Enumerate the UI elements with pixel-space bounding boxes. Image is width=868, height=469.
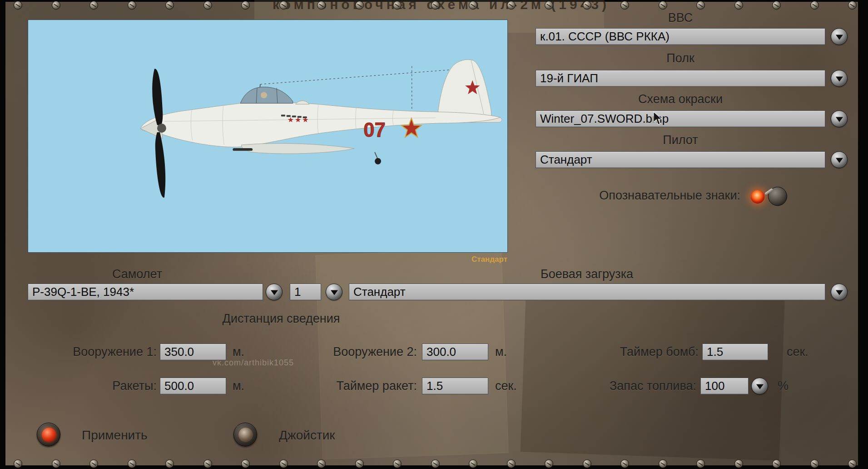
screw-icon: [659, 459, 667, 468]
skin-default-caption: Стандарт: [409, 255, 507, 264]
arming-screen: компоновочная схема ил-2м (1943) vk.com/…: [0, 0, 868, 469]
mouse-cursor-icon: [653, 111, 664, 126]
screw-icon: [469, 459, 477, 468]
screw-icon: [128, 459, 136, 468]
apply-button-led-icon: [42, 428, 56, 442]
screw-icon: [810, 1, 819, 10]
screw-icon: [620, 459, 629, 468]
screw-icon: [203, 459, 212, 468]
rockets-unit: м.: [233, 378, 244, 394]
joystick-label: Джойстик: [279, 428, 335, 443]
screw-icon: [128, 1, 136, 10]
loadout-dropdown[interactable]: Стандарт: [349, 284, 825, 300]
screw-icon: [848, 1, 857, 10]
weapons1-input[interactable]: 350.0: [160, 344, 226, 360]
apply-push-button[interactable]: [37, 423, 60, 446]
screw-icon: [393, 1, 402, 10]
screw-icon: [14, 459, 22, 468]
screw-icon: [317, 1, 326, 10]
pilot-dropdown-arrow[interactable]: [831, 151, 848, 168]
regiment-dropdown[interactable]: 19-й ГИАП: [536, 70, 825, 87]
screw-icon: [583, 1, 591, 10]
skin-label: Схема окраски: [536, 92, 825, 106]
screw-icon: [165, 1, 174, 10]
screw-icon: [848, 459, 857, 468]
screw-icon: [355, 459, 364, 468]
bomb-timer-input[interactable]: 1.5: [702, 344, 768, 360]
skin-dropdown[interactable]: Winter_07.SWORD.bmp: [536, 110, 825, 127]
screw-icon: [620, 1, 629, 10]
markings-label: Опознавательные знаки:: [559, 189, 740, 203]
screw-icon: [52, 459, 60, 468]
fuel-dropdown-arrow[interactable]: [751, 378, 768, 394]
screw-icon: [355, 1, 364, 10]
screw-icon: [507, 1, 516, 10]
tactical-number: 07: [363, 119, 386, 141]
loadout-dropdown-arrow[interactable]: [831, 284, 848, 300]
screw-icon: [734, 1, 743, 10]
screw-icon: [545, 1, 553, 10]
rocket-timer-unit: сек.: [495, 378, 517, 394]
rockets-input[interactable]: 500.0: [160, 378, 226, 394]
screw-icon: [772, 1, 781, 10]
screw-icon: [696, 1, 705, 10]
screw-icon: [89, 459, 98, 468]
joystick-button-cap-icon: [238, 428, 253, 442]
skin-dropdown-arrow[interactable]: [831, 110, 848, 127]
rocket-timer-label: Таймер ракет:: [303, 378, 417, 394]
kill-marks: ★★★: [288, 116, 310, 124]
screw-icon: [89, 1, 98, 10]
fuel-input[interactable]: 100: [700, 378, 749, 394]
screw-icon: [659, 1, 667, 10]
weapons2-input[interactable]: 300.0: [422, 344, 488, 360]
propeller-blade: [155, 132, 166, 198]
screw-icon: [431, 1, 440, 10]
rocket-timer-input[interactable]: 1.5: [422, 378, 488, 394]
aircraft-dropdown[interactable]: P-39Q-1-BE, 1943*: [28, 284, 263, 300]
weapons2-label: Вооружение 2:: [303, 344, 417, 360]
apply-label: Применить: [82, 428, 148, 443]
screw-icon: [810, 459, 819, 468]
screw-icon: [241, 459, 250, 468]
screw-icon: [734, 459, 743, 468]
aircraft-count-dropdown[interactable]: 1: [290, 284, 321, 300]
screw-icon: [469, 1, 477, 10]
screw-icon: [545, 459, 553, 468]
screw-icon: [241, 1, 250, 10]
screw-icon: [279, 459, 288, 468]
weapons2-unit: м.: [495, 344, 507, 360]
markings-toggle-switch[interactable]: [768, 187, 787, 206]
aircraft-preview-panel: ★★★ 07: [28, 20, 508, 253]
weapons1-unit: м.: [233, 344, 244, 360]
rockets-label: Ракеты:: [43, 378, 157, 394]
markings-indicator-led[interactable]: [751, 190, 764, 204]
screw-icon: [393, 459, 402, 468]
screw-icon: [772, 459, 781, 468]
aircraft-count-dropdown-arrow[interactable]: [326, 284, 342, 300]
aircraft-label: Самолет: [69, 267, 205, 281]
bomb-timer-label: Таймер бомб:: [585, 344, 699, 360]
screw-icon: [279, 1, 288, 10]
screw-icon: [583, 459, 591, 468]
convergence-title: Дистанция сведения: [190, 312, 372, 326]
joystick-push-button[interactable]: [233, 423, 257, 446]
vvs-label: ВВС: [536, 11, 825, 25]
screw-icon: [52, 1, 60, 10]
screw-icon: [431, 459, 440, 468]
pilot-dropdown[interactable]: Стандарт: [536, 151, 825, 168]
screw-icon: [14, 1, 22, 10]
screw-icon: [203, 1, 212, 10]
vvs-dropdown[interactable]: к.01. СССР (ВВС РККА): [536, 28, 825, 45]
aircraft-dropdown-arrow[interactable]: [266, 284, 283, 300]
loadout-label: Боевая загрузка: [496, 267, 678, 281]
screw-icon: [317, 459, 326, 468]
bomb-timer-unit: сек.: [787, 344, 808, 360]
vvs-dropdown-arrow[interactable]: [831, 28, 848, 45]
aircraft-side-view: ★★★ 07: [28, 20, 507, 252]
fuel-label: Запас топлива:: [583, 378, 696, 394]
fuel-unit: %: [778, 378, 789, 394]
pilot-figure: [261, 92, 267, 98]
screw-icon: [507, 459, 516, 468]
regiment-dropdown-arrow[interactable]: [831, 70, 848, 87]
screw-icon: [696, 459, 705, 468]
